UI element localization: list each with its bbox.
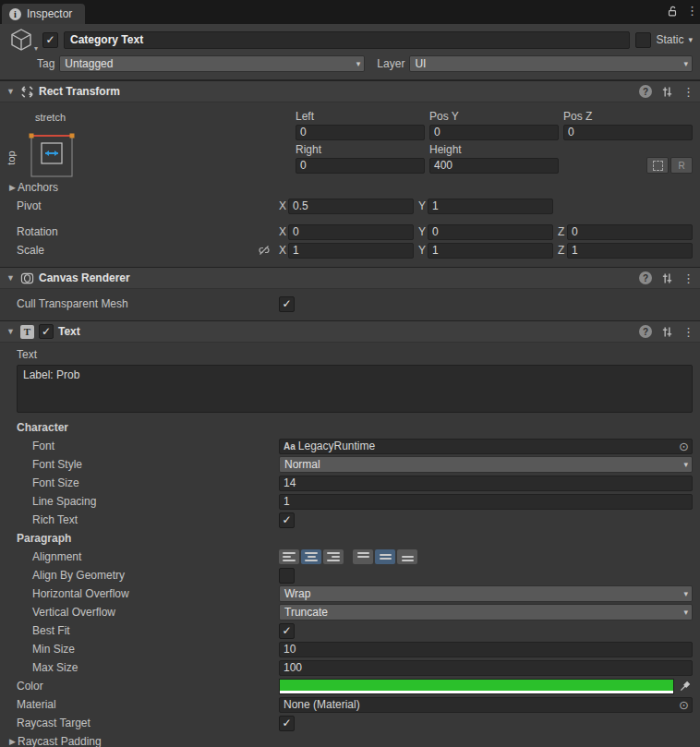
unlink-scale-icon[interactable] (257, 244, 272, 257)
pivot-y-field[interactable]: 1 (428, 199, 553, 214)
alpha-bar (280, 691, 673, 693)
canvas-renderer-header[interactable]: ▼ Canvas Renderer ? ⋮ (0, 268, 700, 289)
gameobject-active-checkbox[interactable]: ✓ (42, 32, 58, 48)
text-value-textarea[interactable]: Label: Prob (17, 365, 693, 413)
chevron-down-icon: ▾ (683, 460, 688, 469)
chevron-down-icon: ▾ (683, 589, 688, 598)
alignment-label: Alignment (0, 550, 279, 563)
height-field[interactable]: 400 (429, 158, 559, 174)
object-picker-icon[interactable]: ⊙ (679, 698, 689, 712)
presets-icon[interactable] (661, 272, 673, 284)
align-top-button[interactable] (353, 549, 373, 564)
tab-menu-icon[interactable]: ⋮ (686, 4, 698, 18)
lock-icon[interactable] (666, 5, 679, 18)
align-right-button[interactable] (323, 549, 344, 564)
kebab-menu-icon[interactable]: ⋮ (682, 325, 694, 339)
align-center-button[interactable] (301, 549, 321, 564)
cull-transparent-mesh-label: Cull Transparent Mesh (0, 297, 279, 310)
rotation-z-field[interactable]: 0 (567, 224, 693, 240)
blueprint-mode-button[interactable] (646, 157, 669, 174)
align-middle-button[interactable] (375, 549, 395, 564)
blueprint-icon (653, 161, 663, 171)
font-size-field[interactable]: 14 (279, 476, 693, 491)
line-spacing-label: Line Spacing (0, 495, 279, 508)
max-size-label: Max Size (0, 661, 279, 674)
material-object-field[interactable]: None (Material) ⊙ (279, 697, 693, 713)
scale-x-field[interactable]: 1 (288, 243, 414, 259)
text-component: ▼ T ✓ Text ? ⋮ Text Label: Prob Characte… (0, 320, 700, 747)
min-size-field[interactable]: 10 (279, 642, 693, 657)
raw-edit-mode-button[interactable]: R (670, 157, 693, 174)
font-style-label: Font Style (0, 458, 279, 471)
text-component-header[interactable]: ▼ T ✓ Text ? ⋮ (0, 321, 700, 343)
vertical-overflow-dropdown[interactable]: Truncate ▾ (279, 604, 693, 620)
cull-transparent-mesh-checkbox[interactable]: ✓ (279, 296, 295, 312)
raycast-target-checkbox[interactable]: ✓ (279, 716, 295, 731)
gameobject-name-field[interactable]: Category Text (64, 31, 630, 49)
pos-y-field[interactable]: 0 (429, 125, 559, 140)
chevron-down-icon: ▾ (683, 59, 688, 68)
paragraph-section-label: Paragraph (0, 529, 700, 548)
left-field[interactable]: 0 (296, 125, 425, 140)
static-dropdown-icon[interactable]: ▾ (688, 35, 693, 44)
presets-icon[interactable] (661, 86, 673, 98)
pivot-x-field[interactable]: 0.5 (288, 199, 414, 214)
rotation-x-field[interactable]: 0 (288, 224, 414, 240)
tab-inspector-label: Inspector (27, 7, 72, 20)
kebab-menu-icon[interactable]: ⋮ (682, 271, 694, 285)
max-size-field[interactable]: 100 (279, 660, 693, 676)
canvas-renderer-component: ▼ Canvas Renderer ? ⋮ Cull Transparent M… (0, 267, 700, 320)
pos-z-field[interactable]: 0 (563, 125, 693, 140)
help-icon[interactable]: ? (639, 325, 652, 338)
chevron-down-icon: ▾ (356, 59, 361, 68)
material-label: Material (0, 698, 279, 711)
rect-transform-icon (20, 85, 34, 99)
font-style-dropdown[interactable]: Normal ▾ (279, 456, 693, 473)
layer-dropdown[interactable]: UI ▾ (409, 55, 693, 72)
right-field[interactable]: 0 (296, 158, 425, 174)
align-by-geometry-checkbox[interactable] (279, 568, 295, 584)
horizontal-overflow-dropdown[interactable]: Wrap ▾ (279, 585, 693, 602)
font-asset-icon: Aa (284, 440, 296, 453)
scale-y-field[interactable]: 1 (428, 243, 553, 259)
presets-icon[interactable] (661, 326, 673, 338)
rotation-y-field[interactable]: 0 (428, 224, 553, 240)
layer-label: Layer (377, 57, 404, 70)
rect-transform-component: ▼ Rect Transform ? ⋮ stretch top (0, 80, 700, 267)
tag-dropdown[interactable]: Untagged ▾ (59, 55, 365, 72)
font-object-field[interactable]: Aa LegacyRuntime ⊙ (279, 439, 693, 454)
gameobject-cube-icon[interactable]: ▾ (7, 26, 37, 54)
kebab-menu-icon[interactable]: ⋮ (682, 85, 694, 99)
scale-z-field[interactable]: 1 (567, 243, 693, 259)
object-picker-icon[interactable]: ⊙ (679, 440, 689, 453)
tab-inspector[interactable]: i Inspector (2, 4, 85, 24)
anchor-vertical-label: top (6, 151, 17, 164)
component-title: Canvas Renderer (39, 271, 130, 284)
help-icon[interactable]: ? (639, 85, 652, 98)
right-label: Right (296, 143, 425, 156)
align-left-button[interactable] (279, 549, 299, 564)
eyedropper-icon[interactable] (676, 679, 693, 693)
help-icon[interactable]: ? (639, 271, 652, 284)
horizontal-overflow-label: Horizontal Overflow (0, 587, 279, 600)
foldout-icon[interactable]: ▼ (6, 327, 16, 336)
align-bottom-button[interactable] (397, 549, 417, 564)
font-label: Font (0, 440, 279, 452)
anchor-preset-widget[interactable]: stretch top (9, 128, 83, 186)
height-label: Height (429, 143, 559, 156)
rect-transform-header[interactable]: ▼ Rect Transform ? ⋮ (0, 81, 700, 102)
color-swatch[interactable] (279, 679, 674, 694)
text-enabled-checkbox[interactable]: ✓ (39, 324, 54, 339)
static-checkbox[interactable] (635, 32, 651, 48)
foldout-icon[interactable]: ▼ (6, 87, 16, 96)
rich-text-checkbox[interactable]: ✓ (279, 512, 295, 528)
canvas-renderer-icon (20, 271, 34, 285)
inspector-tab-bar: i Inspector ⋮ (0, 0, 700, 24)
info-icon: i (9, 8, 21, 20)
anchor-horizontal-label: stretch (35, 112, 66, 123)
static-label: Static (656, 33, 683, 46)
raycast-padding-foldout-icon[interactable]: ▶ (7, 737, 18, 746)
foldout-icon[interactable]: ▼ (6, 273, 16, 283)
line-spacing-field[interactable]: 1 (279, 494, 693, 510)
best-fit-checkbox[interactable]: ✓ (279, 623, 295, 639)
